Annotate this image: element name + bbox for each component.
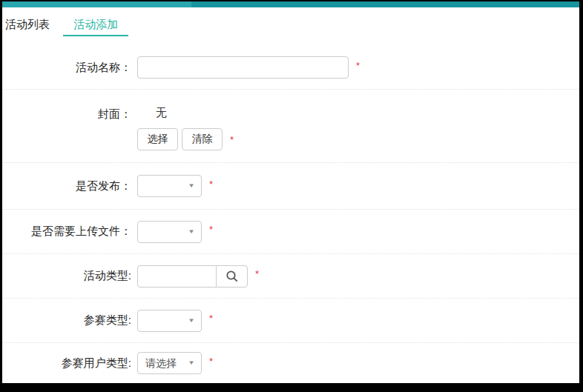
row-publish: 是否发布： ▼ *	[2, 163, 579, 210]
row-entry-type: 参赛类型: ▼ *	[2, 299, 579, 343]
cover-label: 封面：	[2, 90, 137, 122]
tab-activity-list[interactable]: 活动列表	[5, 16, 50, 32]
required-marker: *	[255, 269, 259, 279]
chevron-down-icon: ▼	[188, 176, 195, 196]
required-marker: *	[230, 135, 234, 144]
page: 活动列表 活动添加 活动名称： * 封面： 无 选择 清除 *	[2, 1, 579, 383]
activity-type-search-button[interactable]	[216, 265, 248, 288]
required-marker: *	[356, 61, 360, 70]
row-activity-name: 活动名称： *	[2, 36, 579, 90]
row-activity-type: 活动类型: *	[2, 254, 579, 299]
row-cover: 封面： 无 选择 清除 *	[2, 90, 579, 163]
cover-clear-button[interactable]: 清除	[182, 128, 223, 150]
activity-type-search-group	[137, 265, 248, 288]
entry-type-select[interactable]: ▼	[137, 310, 202, 332]
chevron-down-icon: ▼	[188, 310, 195, 331]
chevron-down-icon: ▼	[188, 222, 195, 242]
chevron-down-icon: ▼	[188, 353, 195, 373]
activity-type-label: 活动类型:	[2, 269, 137, 283]
cover-select-button[interactable]: 选择	[137, 128, 178, 150]
activity-type-input[interactable]	[137, 265, 217, 288]
entry-type-label: 参赛类型:	[2, 313, 137, 328]
publish-select[interactable]: ▼	[137, 175, 202, 197]
tab-bar: 活动列表 活动添加	[2, 7, 579, 36]
activity-name-label: 活动名称：	[2, 61, 137, 75]
upload-file-label: 是否需要上传文件：	[2, 225, 137, 239]
entry-user-type-select-value: 请选择	[145, 357, 177, 369]
row-upload-file: 是否需要上传文件： ▼ *	[2, 210, 579, 254]
required-marker: *	[209, 356, 213, 366]
top-accent-bar	[2, 1, 579, 7]
required-marker: *	[209, 313, 213, 323]
row-entry-user-type: 参赛用户类型: 请选择 ▼ *	[2, 343, 579, 383]
entry-user-type-select[interactable]: 请选择 ▼	[137, 352, 202, 374]
tab-activity-add[interactable]: 活动添加	[63, 16, 128, 36]
required-marker: *	[209, 225, 213, 234]
entry-user-type-label: 参赛用户类型:	[2, 356, 137, 371]
required-marker: *	[209, 179, 213, 189]
publish-label: 是否发布：	[2, 179, 137, 193]
activity-name-input[interactable]	[137, 56, 349, 79]
search-icon	[225, 270, 239, 283]
upload-file-select[interactable]: ▼	[137, 221, 202, 243]
window-frame: 活动列表 活动添加 活动名称： * 封面： 无 选择 清除 *	[0, 0, 583, 392]
cover-none-text: 无	[137, 102, 234, 124]
